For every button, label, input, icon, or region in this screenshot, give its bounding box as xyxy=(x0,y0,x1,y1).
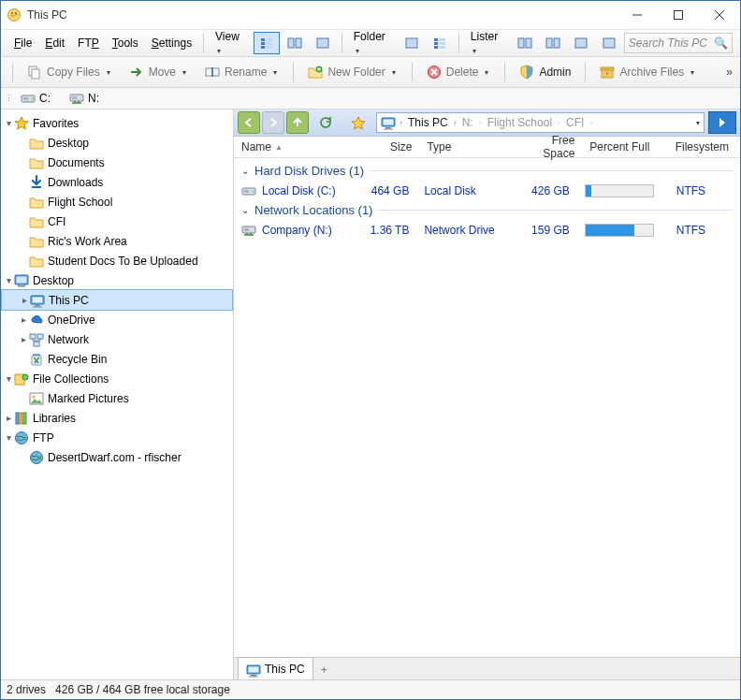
network-icon xyxy=(29,332,44,347)
tree-desktop[interactable]: ▾Desktop xyxy=(1,270,233,290)
crumb-cfi[interactable]: CFI xyxy=(562,116,588,129)
nav-back-button[interactable] xyxy=(238,111,260,134)
tree-fav-item[interactable]: CFI xyxy=(1,211,233,231)
tree-ftp[interactable]: ▾FTP xyxy=(1,428,233,447)
search-input[interactable]: Search This PC 🔍 xyxy=(624,33,733,53)
download-icon xyxy=(29,175,44,190)
desktop-icon xyxy=(14,273,29,288)
tree-network[interactable]: ▸Network xyxy=(1,329,233,349)
admin-button[interactable]: Admin xyxy=(513,62,577,82)
crumb-fs[interactable]: Flight School xyxy=(484,116,556,129)
col-size[interactable]: Size xyxy=(356,140,420,153)
tree-recycle[interactable]: Recycle Bin xyxy=(1,349,233,369)
file-list: ⌄Hard Disk Drives (1) Local Disk (C:) 46… xyxy=(234,158,740,657)
rename-button[interactable]: Rename▾ xyxy=(198,62,285,82)
view-mode-2-button[interactable] xyxy=(282,32,308,54)
folder-btn-2[interactable] xyxy=(427,32,453,54)
menu-lister[interactable]: Lister ▾ xyxy=(465,27,510,59)
lister-btn-4[interactable] xyxy=(596,32,622,54)
column-header: Name▲ Size Type Free Space Percent Full … xyxy=(234,137,740,158)
tree-libraries[interactable]: ▸Libraries xyxy=(1,408,233,428)
move-button[interactable]: Move▾ xyxy=(123,62,195,82)
folder-icon xyxy=(29,136,44,151)
nav-up-button[interactable] xyxy=(286,111,309,134)
archive-button[interactable]: Archive Files▾ xyxy=(593,62,703,82)
drive-row-c[interactable]: Local Disk (C:) 464 GB Local Disk 426 GB… xyxy=(234,182,740,199)
group-net[interactable]: ⌄Network Locations (1) xyxy=(234,199,740,221)
delete-button[interactable]: Delete▾ xyxy=(420,62,498,82)
drive-c-button[interactable]: C: xyxy=(15,90,56,107)
drive-n-button[interactable]: N: xyxy=(64,90,105,107)
tree-fav-item[interactable]: Desktop xyxy=(1,133,233,153)
tab-thispc[interactable]: This PC xyxy=(238,657,313,679)
col-free[interactable]: Free Space xyxy=(514,134,583,160)
lister-btn-1[interactable] xyxy=(512,32,538,54)
copy-files-button[interactable]: Copy Files▾ xyxy=(21,62,119,82)
tree-marked-pictures[interactable]: Marked Pictures xyxy=(1,388,233,408)
world-icon xyxy=(29,450,44,465)
tree-fav-item[interactable]: Student Docs To Be Uploaded xyxy=(1,251,233,270)
crumb-root[interactable]: This PC xyxy=(404,116,452,129)
folder-icon xyxy=(29,254,44,269)
tree-filecollections[interactable]: ▾File Collections xyxy=(1,369,233,388)
menu-folder[interactable]: Folder ▾ xyxy=(348,27,397,59)
status-count: 2 drives xyxy=(7,683,46,696)
minimize-button[interactable] xyxy=(617,2,658,28)
drive-bar: ⋮ C: N: xyxy=(1,88,740,109)
maximize-button[interactable] xyxy=(658,2,699,28)
lister-btn-2[interactable] xyxy=(540,32,566,54)
tree-ftp-host[interactable]: DesertDwarf.com - rfischer xyxy=(1,447,233,467)
breadcrumb-dropdown[interactable]: ▾ xyxy=(694,119,702,127)
tree-favorites[interactable]: ▾Favorites xyxy=(1,113,233,133)
menu-edit[interactable]: Edit xyxy=(39,34,70,52)
tree-fav-item[interactable]: Flight School xyxy=(1,192,233,211)
menu-view[interactable]: View ▾ xyxy=(210,27,252,59)
folder-btn-1[interactable] xyxy=(399,32,425,54)
view-mode-1-button[interactable] xyxy=(254,32,280,54)
separator xyxy=(458,34,459,52)
menu-ftp[interactable]: FTP xyxy=(72,34,105,52)
folder-tree: ▾Favorites DesktopDocumentsDownloadsFlig… xyxy=(1,109,234,679)
file-ops-toolbar: Copy Files▾ Move▾ Rename▾ New Folder▾ De… xyxy=(1,57,740,88)
col-pct[interactable]: Percent Full xyxy=(582,140,667,153)
tree-fav-item[interactable]: Documents xyxy=(1,153,233,172)
menu-file[interactable]: File xyxy=(8,34,37,52)
tree-onedrive[interactable]: ▸OneDrive xyxy=(1,310,233,329)
menu-bar: File Edit FTP Tools Settings View ▾ Fold… xyxy=(1,30,740,57)
tab-strip: This PC + xyxy=(234,657,740,679)
col-type[interactable]: Type xyxy=(419,140,513,153)
search-icon: 🔍 xyxy=(714,36,728,50)
separator xyxy=(203,34,204,52)
toolbar-overflow-button[interactable]: » xyxy=(726,66,733,79)
folder-icon xyxy=(29,155,44,170)
filecollections-icon xyxy=(14,372,29,386)
addr-go-button[interactable] xyxy=(708,111,736,134)
breadcrumb[interactable]: › This PC › N: › Flight School › CFI › ▾ xyxy=(376,112,705,133)
group-hdd[interactable]: ⌄Hard Disk Drives (1) xyxy=(234,160,740,182)
world-icon xyxy=(14,430,29,445)
nav-favorites-button[interactable] xyxy=(342,111,372,134)
nav-forward-button[interactable] xyxy=(262,111,284,134)
tree-thispc[interactable]: ▸This PC xyxy=(1,289,233,311)
menu-settings[interactable]: Settings xyxy=(146,34,197,52)
sort-asc-icon: ▲ xyxy=(275,143,283,152)
col-name[interactable]: Name▲ xyxy=(234,140,356,153)
libraries-icon xyxy=(14,411,29,426)
drive-row-n[interactable]: Company (N:) 1.36 TB Network Drive 159 G… xyxy=(234,221,740,239)
tree-fav-item[interactable]: Ric's Work Area xyxy=(1,231,233,251)
lister-btn-3[interactable] xyxy=(568,32,594,54)
view-mode-3-button[interactable] xyxy=(310,32,336,54)
close-button[interactable] xyxy=(699,2,740,28)
recycle-icon xyxy=(29,352,44,367)
onedrive-icon xyxy=(29,313,44,328)
crumb-n[interactable]: N: xyxy=(458,116,477,129)
nav-refresh-button[interactable] xyxy=(311,111,341,134)
tree-fav-item[interactable]: Downloads xyxy=(1,172,233,192)
col-fs[interactable]: Filesystem xyxy=(668,140,740,153)
star-icon xyxy=(14,116,29,131)
new-folder-button[interactable]: New Folder▾ xyxy=(301,62,403,82)
netdrive-icon xyxy=(241,223,256,238)
new-tab-button[interactable]: + xyxy=(313,661,335,679)
menu-tools[interactable]: Tools xyxy=(107,34,144,52)
image-icon xyxy=(29,391,44,406)
